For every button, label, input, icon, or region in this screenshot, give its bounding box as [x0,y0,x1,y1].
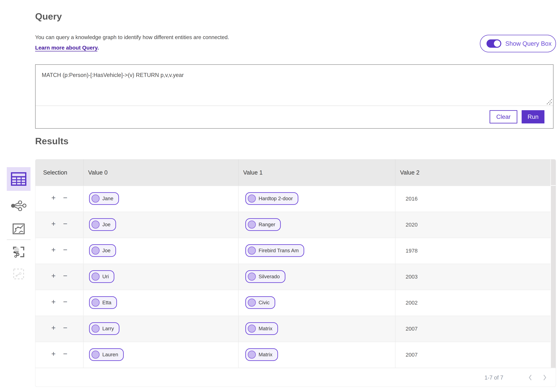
person-node-pill[interactable]: Etta [89,296,117,309]
run-button[interactable]: Run [522,110,544,124]
selection-cell: + − [35,290,83,316]
node-dot-icon [92,221,100,229]
column-header-value2: Value 2 [395,159,556,186]
selection-view-disabled-icon [13,268,25,279]
remove-from-selection-button[interactable]: − [63,272,67,279]
node-dot-icon [92,247,100,255]
learn-more-link[interactable]: Learn more about Query [35,45,97,51]
results-section-title: Results [35,136,69,146]
value1-cell: Ranger [238,212,395,238]
table-row: + − Etta Civic 2002 [35,290,556,316]
selection-cell: + − [35,264,83,290]
sidebar-item-subgraph-selection-view[interactable] [7,240,31,264]
remove-from-selection-button[interactable]: − [63,324,67,332]
node-dot-icon [248,273,256,281]
table-scrollbar[interactable] [550,159,556,368]
vehicle-node-pill[interactable]: Matrix [245,348,278,361]
column-header-value0: Value 0 [83,159,238,186]
column-header-selection: Selection [35,159,83,186]
value1-cell: Matrix [238,316,395,342]
table-row: + − Uri Silverado 2003 [35,264,556,290]
remove-from-selection-button[interactable]: − [63,194,67,201]
add-to-selection-button[interactable]: + [51,194,56,201]
selection-cell: + − [35,186,83,212]
node-dot-icon [248,299,256,307]
table-header-row: Selection Value 0 Value 1 Value 2 [35,159,556,186]
vehicle-node-pill[interactable]: Firebird Trans Am [245,244,304,257]
value0-cell: Joe [83,238,238,264]
vehicle-node-pill[interactable]: Silverado [245,270,285,283]
value1-cell: Hardtop 2-door [238,186,395,212]
person-node-pill[interactable]: Larry [89,322,119,335]
node-dot-icon [248,350,256,359]
remove-from-selection-button[interactable]: − [63,246,67,253]
person-node-pill[interactable]: Joe [89,244,116,257]
pagination-prev-button[interactable] [527,374,533,381]
value0-cell: Etta [83,290,238,316]
knowledge-graph-query-page: Query Show Query Box You can query a kno… [0,0,558,392]
vehicle-node-pill[interactable]: Civic [245,296,275,309]
vehicle-node-pill[interactable]: Hardtop 2-door [245,192,298,205]
selection-cell: + − [35,342,83,368]
table-footer: 1-7 of 7 [35,368,556,387]
vehicle-node-pill[interactable]: Matrix [245,322,278,335]
sidebar-item-map-view[interactable] [7,217,31,241]
value1-cell: Matrix [238,342,395,368]
add-to-selection-button[interactable]: + [51,220,56,227]
remove-from-selection-button[interactable]: − [63,220,67,227]
value2-cell: 2007 [395,316,556,342]
value0-cell: Lauren [83,342,238,368]
add-to-selection-button[interactable]: + [51,324,56,332]
node-dot-icon [92,325,100,333]
pagination-next-button[interactable] [542,374,548,381]
selection-cell: + − [35,238,83,264]
textarea-resize-handle-icon[interactable] [545,98,552,105]
sidebar-item-table-view[interactable] [7,167,31,191]
show-query-box-toggle[interactable]: Show Query Box [480,35,556,52]
table-view-icon [11,172,27,186]
add-to-selection-button[interactable]: + [51,298,56,306]
node-dot-icon [248,221,256,229]
add-to-selection-button[interactable]: + [51,350,56,358]
node-dot-icon [248,325,256,333]
graph-view-icon [11,200,26,211]
value2-cell: 2016 [395,186,556,212]
toggle-label: Show Query Box [505,40,551,47]
learn-more-row: Learn more about Query. [35,45,99,51]
node-dot-icon [248,194,256,202]
remove-from-selection-button[interactable]: − [63,350,67,358]
chevron-right-icon [543,374,547,381]
remove-from-selection-button[interactable]: − [63,298,67,306]
value0-cell: Uri [83,264,238,290]
person-node-pill[interactable]: Jane [89,192,119,205]
add-to-selection-button[interactable]: + [51,272,56,279]
table-row: + − Jane Hardtop 2-door 2016 [35,186,556,212]
value2-cell: 1978 [395,238,556,264]
node-dot-icon [92,194,100,202]
value0-cell: Joe [83,212,238,238]
node-dot-icon [92,299,100,307]
value1-cell: Civic [238,290,395,316]
query-actions: Clear Run [35,106,553,128]
value0-cell: Jane [83,186,238,212]
map-view-icon [13,224,25,234]
toggle-switch-on-icon [487,39,501,48]
person-node-pill[interactable]: Uri [89,270,114,283]
selection-cell: + − [35,212,83,238]
clear-button[interactable]: Clear [489,110,517,124]
sidebar-item-selection-view[interactable] [7,262,31,286]
results-table: Selection Value 0 Value 1 Value 2 + − Ja… [35,159,556,387]
person-node-pill[interactable]: Lauren [89,348,124,361]
query-description: You can query a knowledge graph to ident… [35,34,229,40]
person-node-pill[interactable]: Joe [89,218,116,231]
chevron-left-icon [528,374,532,381]
vehicle-node-pill[interactable]: Ranger [245,218,281,231]
query-section-title: Query [35,11,62,22]
value0-cell: Larry [83,316,238,342]
column-header-value1: Value 1 [238,159,395,186]
query-input[interactable]: MATCH (p:Person)-[:HasVehicle]->(v) RETU… [35,65,553,106]
sidebar-item-graph-view[interactable] [7,194,31,218]
add-to-selection-button[interactable]: + [51,246,56,253]
table-row: + − Lauren Matrix 2007 [35,342,556,368]
value2-cell: 2002 [395,290,556,316]
